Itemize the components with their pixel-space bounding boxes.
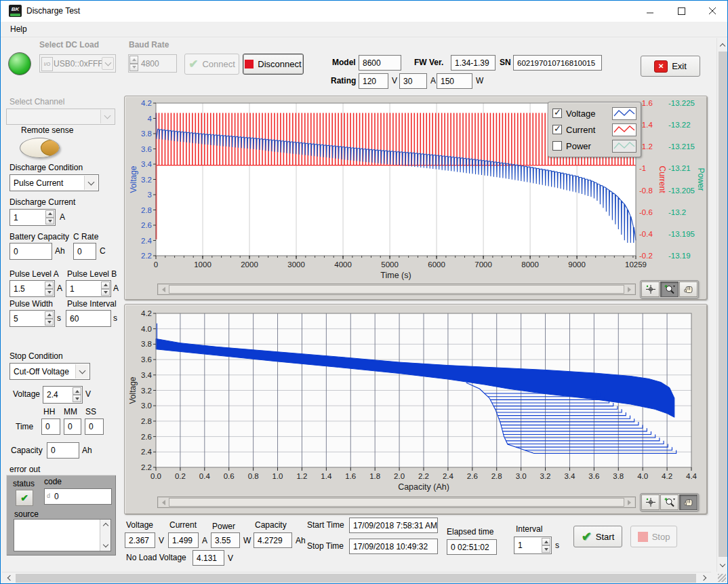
stop-button[interactable]: Stop [630, 526, 677, 547]
connect-button[interactable]: ✔ Connect [184, 54, 239, 75]
visa-resource-combo[interactable]: I/O USB0::0xFFFF: [39, 54, 116, 73]
baud-rate-spinner[interactable] [129, 56, 138, 71]
stop-voltage-field[interactable]: 2.4 [43, 386, 83, 404]
scroll-down-icon[interactable] [717, 560, 728, 570]
spin-down-icon[interactable] [73, 395, 81, 402]
capacity-graph-scroll-thumb[interactable] [169, 498, 624, 507]
scroll-right-icon[interactable] [699, 572, 710, 583]
app-icon: BK [9, 5, 22, 17]
svg-text:0.8: 0.8 [248, 472, 259, 480]
spin-down-icon[interactable] [101, 289, 110, 296]
discharge-condition-label: Discharge Condition [9, 163, 83, 172]
select-channel-combo[interactable] [6, 109, 115, 125]
zoom-tool-button[interactable] [660, 494, 679, 510]
discharge-condition-combo[interactable]: Pulse Current [9, 174, 99, 191]
fw-ver-field: 1.34-1.39 [451, 55, 496, 71]
spin-up-icon[interactable] [45, 311, 54, 319]
stop-condition-dropdown[interactable] [75, 364, 89, 378]
capacity-graph-plot[interactable]: 4.24.03.83.63.43.23.02.82.62.42.20.00.20… [125, 305, 706, 513]
pan-tool-button[interactable] [679, 494, 697, 510]
stop-time-ss-field[interactable]: 0 [85, 418, 104, 435]
spin-down-icon[interactable] [129, 64, 138, 72]
scroll-right-icon[interactable] [624, 498, 634, 507]
pan-tool-button[interactable] [679, 281, 697, 297]
spin-up-icon[interactable] [45, 210, 54, 218]
resize-grip[interactable] [718, 574, 726, 582]
zoom-tool-button[interactable] [660, 281, 679, 297]
scroll-up-icon[interactable] [717, 39, 728, 50]
scroll-up-icon[interactable] [100, 520, 110, 529]
minimize-button[interactable] [634, 1, 666, 21]
stop-time-hh-field[interactable]: 0 [41, 418, 60, 435]
svg-text:3.2: 3.2 [141, 387, 152, 395]
spin-down-icon[interactable] [45, 218, 54, 225]
legend-checkbox-current[interactable] [552, 125, 562, 134]
stop-condition-combo[interactable]: Cut-Off Voltage [9, 363, 90, 380]
app-icon-text: BK [12, 6, 20, 13]
select-channel-dropdown[interactable] [100, 110, 114, 123]
time-graph-scrollbar[interactable] [157, 284, 636, 295]
pulse-level-a-spinner[interactable] [45, 281, 54, 296]
connect-button-label: Connect [202, 59, 235, 69]
exit-button[interactable]: ✕ Exit [641, 56, 700, 77]
spin-down-icon[interactable] [542, 545, 550, 553]
c-rate-field[interactable]: 0 [73, 243, 96, 260]
svg-text:2.8: 2.8 [141, 417, 152, 425]
cursor-tool-button[interactable] [641, 281, 660, 297]
cursor-tool-button[interactable] [641, 494, 660, 510]
time-graph-scroll-thumb[interactable] [169, 285, 624, 294]
stop-voltage-spinner[interactable] [73, 387, 81, 402]
baud-rate-field[interactable]: 4800 [128, 54, 177, 73]
close-button[interactable] [697, 1, 728, 21]
stop-capacity-field[interactable]: 0 [47, 442, 79, 459]
visa-combo-dropdown[interactable] [102, 57, 114, 70]
maximize-button[interactable] [666, 1, 697, 21]
svg-text:2.2: 2.2 [141, 463, 152, 471]
pulse-level-b-spinner[interactable] [101, 281, 110, 296]
capacity-graph-scrollbar[interactable] [157, 497, 636, 508]
pulse-width-spinner[interactable] [45, 311, 54, 326]
scroll-down-icon[interactable] [100, 541, 110, 550]
disconnect-button[interactable]: Disconnect [243, 54, 304, 75]
pulse-level-a-field[interactable]: 1.5 [9, 280, 55, 297]
pulse-width-field[interactable]: 5 [9, 310, 55, 327]
pulse-interval-field[interactable]: 60 [66, 310, 111, 327]
start-button[interactable]: ✔ Start [573, 526, 622, 547]
spin-up-icon[interactable] [542, 538, 550, 545]
scroll-right-icon[interactable] [624, 285, 634, 294]
window-vertical-scrollbar[interactable] [716, 38, 728, 572]
svg-text:2.4: 2.4 [443, 472, 454, 480]
remote-sense-toggle[interactable] [20, 138, 60, 158]
svg-text:3: 3 [148, 191, 152, 199]
spin-up-icon[interactable] [129, 56, 138, 64]
horizontal-scroll-thumb[interactable] [16, 574, 696, 583]
battery-capacity-field[interactable]: 0 [9, 243, 52, 260]
window-horizontal-scrollbar[interactable] [2, 572, 711, 584]
scroll-left-icon[interactable] [159, 498, 169, 507]
scroll-left-icon[interactable] [159, 285, 169, 294]
spin-up-icon[interactable] [101, 281, 110, 289]
spin-up-icon[interactable] [73, 387, 81, 395]
rating-amps-field: 30 [399, 73, 427, 89]
pulse-interval-value: 60 [70, 314, 79, 324]
legend-checkbox-voltage[interactable] [552, 109, 562, 118]
spin-down-icon[interactable] [45, 289, 54, 296]
svg-text:9000: 9000 [568, 260, 586, 269]
footer-power-label: Power [212, 522, 235, 531]
vertical-scroll-thumb[interactable] [719, 52, 727, 557]
svg-text:3.4: 3.4 [564, 472, 575, 480]
spin-up-icon[interactable] [45, 281, 54, 289]
discharge-current-spinner[interactable] [45, 210, 54, 225]
spin-down-icon[interactable] [45, 319, 54, 326]
source-scrollbar[interactable] [100, 520, 110, 551]
pulse-level-b-field[interactable]: 1 [66, 280, 111, 297]
interval-field[interactable]: 1 [514, 537, 552, 554]
interval-spinner[interactable] [542, 538, 550, 553]
discharge-condition-dropdown[interactable] [84, 176, 98, 190]
error-source-box[interactable] [14, 519, 111, 551]
stop-time-mm-field[interactable]: 0 [64, 418, 81, 435]
menu-help[interactable]: Help [6, 23, 31, 35]
scroll-left-icon[interactable] [3, 572, 14, 583]
discharge-current-field[interactable]: 1 [9, 209, 56, 226]
legend-checkbox-power[interactable] [552, 141, 562, 151]
